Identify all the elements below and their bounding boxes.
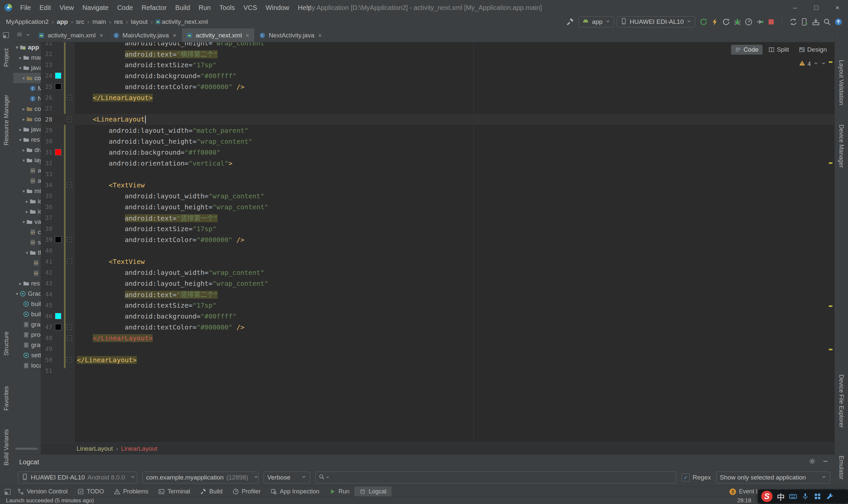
breadcrumb-item[interactable]: main [92,18,107,25]
debug-button[interactable] [732,16,743,28]
device-manager-button[interactable] [799,16,810,28]
menu-build[interactable]: Build [171,4,194,12]
menu-view[interactable]: View [55,4,78,12]
tree-item-java-generated-[interactable]: ▸java (generated) [13,124,41,134]
chevron-down-icon[interactable]: ▾ [21,219,26,224]
toolwindow-button-build-variants[interactable]: Build Variants [3,429,10,466]
tree-item-com-example-myapplication[interactable]: ▾com.example.myapplication [13,73,41,83]
error-stripe-mark[interactable] [829,162,832,164]
chevron-down-icon[interactable]: ▾ [18,65,23,71]
breadcrumb-item[interactable]: MyApplication2 [5,18,49,25]
menu-run[interactable]: Run [194,4,215,12]
close-icon[interactable] [317,33,323,38]
toolwindow-button-layout-validation[interactable]: Layout Validation [838,60,845,105]
view-mode-split[interactable]: Split [764,45,793,55]
chevron-down-icon[interactable]: ▾ [21,158,26,163]
tree-item-drawable[interactable]: ▸drawable [13,145,41,155]
hammer-icon[interactable] [566,18,574,26]
ime-wrench-icon[interactable] [826,492,834,500]
logcat-process-select[interactable]: com.example.myapplication (12898) [142,471,258,484]
device-select[interactable]: HUAWEI EDI-AL10 [617,16,695,28]
menu-refactor[interactable]: Refactor [137,4,171,12]
toolwindow-button-resource-manager[interactable]: Resource Manager [3,95,10,145]
tree-item-gradle-wrapper-properties-gradle-version-[interactable]: gradle-wrapper.properties (Gradle Versio… [13,319,41,329]
xml-breadcrumb-item[interactable]: LinearLayout [76,445,113,452]
error-stripe-mark[interactable] [829,349,832,350]
hide-panel-icon[interactable] [822,458,829,466]
tree-item-themes-xml-night-[interactable]: </>themes.xml (night) [13,268,41,278]
breadcrumb-item[interactable]: app [56,18,69,25]
updates-button[interactable] [833,16,844,28]
tree-item-themes-xml[interactable]: </>themes.xml [13,258,41,268]
chevron-down-icon[interactable] [25,32,31,39]
build-hammer-icon[interactable] [564,16,576,28]
close-icon[interactable] [172,33,177,38]
tree-item-themes[interactable]: ▾themes [13,247,41,258]
gear-icon[interactable] [809,458,815,466]
toolwindow-button-build[interactable]: Build [195,486,228,497]
tab-NextActivity.java[interactable]: CNextActivity.java [255,29,327,42]
fold-marker-icon[interactable]: − [67,325,72,329]
chevron-down-icon[interactable] [25,32,31,37]
close-icon[interactable] [99,33,104,38]
menu-window[interactable]: Window [261,4,294,12]
code-editor[interactable]: 21 android:layout_height="wrap_content"2… [41,42,835,443]
chevron-down-icon[interactable]: ▾ [24,250,30,255]
logcat-level-select[interactable]: Verbose [264,471,310,484]
apply-changes-button[interactable] [709,16,721,28]
fold-marker-icon[interactable]: − [67,117,72,122]
ime-mic-icon[interactable] [801,492,809,500]
breadcrumb-item[interactable]: res [113,18,123,25]
tree-item-mainactivity[interactable]: CMainActivity [13,83,41,93]
toolwindow-button-device-manager[interactable]: Device Manager [838,125,845,168]
chevron-down-icon[interactable] [325,474,330,481]
chevron-down-icon[interactable] [821,60,826,68]
breadcrumb-item[interactable]: src [75,18,85,25]
tab-list-icon[interactable] [17,32,22,39]
chevron-down-icon[interactable]: ▾ [18,137,23,142]
tab-MainActivity.java[interactable]: CMainActivity.java [109,29,182,42]
tree-item-manifests[interactable]: ▸manifests [13,52,41,62]
tree-item-java[interactable]: ▾java [13,62,41,73]
logcat-device-select[interactable]: HUAWEI EDI-AL10 Android 8.0.0 [18,471,137,484]
tree-item-build-gradle-module-myapplication2-app-[interactable]: build.gradle (Module: MyApplication2.app… [13,309,41,319]
chevron-down-icon[interactable]: ▾ [21,75,26,81]
rerun-button[interactable] [698,16,709,28]
tree-item-build-gradle-project-myapplication2-[interactable]: build.gradle (Project: MyApplication2) [13,299,41,309]
chevron-right-icon[interactable]: ▸ [18,127,23,132]
tree-item-nextactivity[interactable]: CNextActivity [13,93,41,104]
logcat-search-input[interactable] [331,473,673,482]
toolwindow-button-run[interactable]: Run [324,486,354,497]
tree-item-gradle-scripts[interactable]: ▾Gradle Scripts [13,288,41,299]
color-swatch[interactable] [55,236,61,243]
fold-marker-icon[interactable]: − [67,182,72,187]
menu-edit[interactable]: Edit [35,4,55,12]
sdk-manager-button[interactable] [810,16,822,28]
menu-file[interactable]: File [16,4,35,12]
tree-item-ic-launcher[interactable]: ▸ic_launcher [13,196,41,206]
tree-item-com-example-myapplication-androidtest-[interactable]: ▸com.example.myapplication (androidTest) [13,104,41,114]
close-icon[interactable]: × [827,0,848,15]
toolwindow-button-version-control[interactable]: Version Control [13,486,73,497]
maximize-icon[interactable]: □ [806,0,827,15]
chevron-right-icon[interactable]: ▸ [18,281,23,286]
search-everywhere-button[interactable] [822,16,833,28]
tree-item-res-generated-[interactable]: ▸res (generated) [13,278,41,288]
view-mode-design[interactable]: Design [795,45,831,55]
tree-item-colors-xml[interactable]: </>colors.xml [13,227,41,237]
chevron-down-icon[interactable]: ▾ [21,188,26,194]
tree-item-ic-launcher-round[interactable]: ▸ic_launcher_round [13,206,41,217]
color-swatch[interactable] [55,149,61,155]
stop-button[interactable] [765,16,777,28]
toolwindow-button-favorites[interactable]: Favorites [3,386,10,411]
regex-option[interactable]: ✓ Regex [682,473,711,482]
chevron-right-icon[interactable]: ▸ [18,55,23,60]
ime-language-indicator[interactable]: 中 [777,491,785,502]
chevron-down-icon[interactable]: ▾ [15,45,20,50]
menu-code[interactable]: Code [113,4,138,12]
minimize-icon[interactable]: – [784,0,806,15]
toolwindow-toggle-icon[interactable] [3,32,9,38]
ime-grid-icon[interactable] [814,492,822,500]
ime-keyboard-icon[interactable] [789,492,797,500]
xml-breadcrumb-item[interactable]: LinearLayout [121,445,157,452]
